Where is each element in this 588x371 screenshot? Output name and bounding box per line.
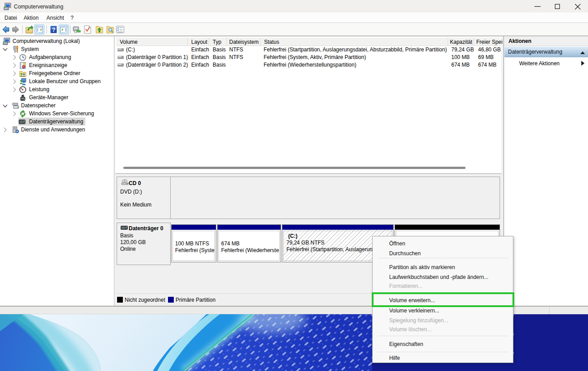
svg-text:?: ?	[52, 26, 55, 33]
